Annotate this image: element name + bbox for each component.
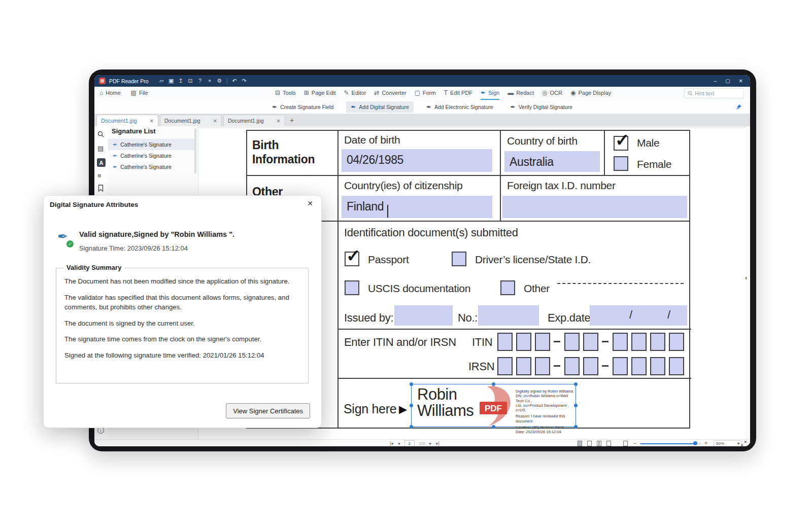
cob-field[interactable]: Australia [504, 151, 600, 172]
menu-file[interactable]: ▤ File [131, 87, 148, 100]
single-page-icon[interactable] [587, 441, 592, 446]
undo-icon[interactable]: ↶ [230, 75, 240, 87]
panel-search-icon[interactable] [97, 131, 104, 139]
share-icon[interactable]: ↥ [176, 75, 186, 87]
reading-mode-icon[interactable] [623, 441, 628, 446]
itin-box[interactable] [613, 333, 628, 351]
itin-box[interactable] [535, 333, 550, 351]
menu-redact[interactable]: ▬ Redact [507, 87, 534, 100]
settings-icon[interactable]: ⚙ [215, 75, 224, 87]
menu-editor[interactable]: ✎ Editor [344, 87, 366, 100]
verify-digital-signature-button[interactable]: ✒ Verify Digital Signature [506, 101, 577, 113]
resize-handle[interactable] [574, 382, 578, 386]
irsn-box[interactable] [650, 357, 665, 375]
create-signature-field-button[interactable]: ✒ Create Signature Field [267, 101, 338, 113]
itin-box[interactable] [516, 333, 531, 351]
dob-field[interactable]: 04/26/1985 [342, 149, 492, 172]
first-page-icon[interactable]: |◂ [390, 441, 393, 446]
tax-field[interactable] [502, 196, 687, 218]
tab-document2[interactable]: Document1.jpg ✕ [160, 115, 222, 126]
print-icon[interactable]: ⊡ [186, 75, 195, 87]
itin-box[interactable] [497, 333, 513, 351]
menu-tools[interactable]: ⊟ Tools [275, 87, 296, 100]
panel-pages-icon[interactable]: ▤ [97, 145, 104, 152]
fit-page-icon[interactable] [578, 441, 582, 446]
tab-document3[interactable]: Document1.jpg ✕ [223, 115, 285, 126]
add-electronic-signature-button[interactable]: ✒ Add Electronic Signature [422, 101, 498, 113]
hint-search-input[interactable]: Hint text [684, 88, 744, 98]
pin-icon[interactable] [736, 103, 742, 112]
male-checkbox[interactable]: ✓ [614, 136, 628, 151]
two-page-icon[interactable] [597, 441, 601, 446]
menu-page-display[interactable]: ◉ Page Display [570, 87, 611, 100]
signature-list-item[interactable]: ✒ Catherine's Signature [108, 150, 194, 161]
irsn-box[interactable] [631, 357, 647, 375]
signature-widget[interactable]: Robin Williams PDF Digitally signed by R… [411, 384, 576, 427]
tab-document1[interactable]: Document1.jpg ✕ [96, 115, 158, 126]
open-file-icon[interactable]: ▱ [157, 75, 166, 87]
itin-box[interactable] [564, 333, 580, 351]
collapse-panel-icon[interactable]: ‹ [745, 274, 747, 281]
irsn-box[interactable] [497, 357, 513, 375]
scroll-view-icon[interactable] [606, 441, 611, 446]
minimize-button[interactable]: – [714, 78, 717, 84]
panel-outline-icon[interactable]: ≡ [97, 172, 101, 180]
save-icon[interactable]: ▣ [166, 75, 176, 87]
dialog-close-icon[interactable]: ✕ [307, 199, 313, 207]
next-page-icon[interactable]: ▸ [429, 441, 431, 446]
zoom-level-select[interactable]: 50% ▾ [714, 440, 742, 446]
maximize-button[interactable]: ▢ [725, 78, 730, 84]
page-number-input[interactable]: 2 [404, 440, 415, 447]
irsn-box[interactable] [535, 357, 550, 375]
signature-list-item[interactable]: ✒ Catherine's Signature [108, 139, 194, 150]
menu-edit-pdf[interactable]: T Edit PDF [444, 87, 472, 100]
panel-bookmark-icon[interactable] [97, 185, 104, 193]
tab-close-icon[interactable]: ✕ [277, 118, 281, 124]
prev-page-icon[interactable]: ◂ [397, 441, 399, 446]
passport-checkbox[interactable]: ✓ [345, 252, 359, 266]
itin-box[interactable] [650, 333, 665, 351]
zoom-in-icon[interactable]: + [704, 440, 707, 446]
zoom-out-icon[interactable]: – [633, 440, 636, 446]
itin-box[interactable] [669, 333, 684, 351]
signature-list-item[interactable]: ✒ Catherine's Signature [108, 161, 194, 172]
resize-handle[interactable] [410, 382, 413, 386]
irsn-box[interactable] [613, 357, 628, 375]
menu-sign[interactable]: ✒ Sign [481, 87, 499, 100]
female-checkbox[interactable] [614, 156, 628, 171]
citizenship-field[interactable]: Finland [342, 196, 492, 218]
other-doc-line[interactable] [557, 283, 684, 284]
driver-license-checkbox[interactable] [452, 252, 466, 266]
zoom-slider-handle[interactable] [693, 441, 697, 445]
irsn-box[interactable] [516, 357, 531, 375]
irsn-box[interactable] [669, 357, 684, 375]
close-button[interactable]: ✕ [739, 78, 743, 84]
tab-close-icon[interactable]: ✕ [213, 118, 217, 124]
redo-icon[interactable]: ↷ [240, 75, 249, 87]
new-tab-button[interactable]: + [290, 116, 294, 124]
no-field[interactable] [478, 305, 539, 326]
exp-date-field[interactable] [590, 305, 687, 326]
menu-converter[interactable]: ⇄ Converter [374, 87, 406, 100]
issued-by-field[interactable] [394, 305, 453, 326]
resize-handle[interactable] [410, 404, 413, 407]
uscis-checkbox[interactable] [345, 280, 359, 295]
document-scrollbar[interactable] [746, 126, 750, 439]
menu-home[interactable]: ⌂ Home [99, 87, 121, 100]
menu-form[interactable]: ▢ Form [415, 87, 436, 100]
last-page-icon[interactable]: ▸| [436, 441, 439, 446]
help-icon[interactable]: ? [195, 75, 205, 87]
tab-close-icon[interactable]: ✕ [150, 118, 154, 124]
menu-page-edit[interactable]: ⊞ Page Edit [304, 87, 336, 100]
panel-annotations-icon[interactable]: A [97, 158, 106, 167]
other-doc-checkbox[interactable] [500, 280, 515, 295]
panel-scrollbar[interactable] [194, 128, 196, 174]
irsn-box[interactable] [564, 357, 580, 375]
fullscreen-icon[interactable] [741, 441, 747, 446]
itin-box[interactable] [631, 333, 647, 351]
view-signer-certificates-button[interactable]: View Signer Certificates [226, 403, 310, 418]
menu-ocr[interactable]: ◎ OCR [542, 87, 562, 100]
resize-handle[interactable] [410, 425, 413, 429]
irsn-box[interactable] [583, 357, 598, 375]
add-digital-signature-button[interactable]: ✒ Add Digital Signature [346, 101, 414, 113]
